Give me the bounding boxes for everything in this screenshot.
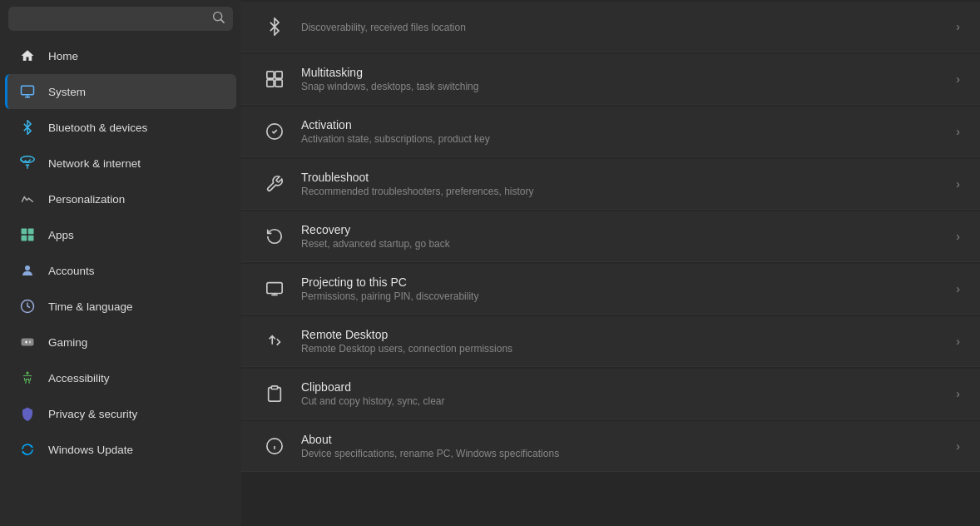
chevron-right-icon: › — [956, 177, 960, 191]
sidebar: Home System Bluetooth & devices Network … — [0, 0, 241, 526]
item-title-recovery: Recovery — [301, 223, 943, 236]
svg-rect-16 — [271, 386, 277, 390]
sidebar-item-personalization[interactable]: Personalization — [5, 181, 236, 216]
item-text-projecting: Projecting to this PC Permissions, pairi… — [301, 275, 943, 302]
troubleshoot-icon — [261, 171, 288, 197]
chevron-right-icon: › — [956, 125, 960, 138]
network-icon — [18, 154, 37, 172]
svg-rect-13 — [275, 80, 282, 87]
svg-rect-0 — [22, 86, 34, 95]
item-subtitle-projecting: Permissions, pairing PIN, discoverabilit… — [301, 290, 943, 302]
chevron-right-icon: › — [956, 20, 960, 33]
search-icon — [213, 12, 225, 26]
sidebar-item-time[interactable]: Time & language — [5, 289, 236, 324]
sidebar-item-home[interactable]: Home — [5, 38, 236, 73]
search-input[interactable] — [17, 12, 206, 25]
item-title-remote-desktop: Remote Desktop — [301, 328, 943, 341]
item-title-about: About — [301, 433, 943, 446]
chevron-right-icon: › — [956, 335, 960, 348]
personalization-icon — [18, 190, 37, 208]
sidebar-item-label: Personalization — [48, 193, 125, 206]
sidebar-item-label: Privacy & security — [48, 408, 137, 420]
sidebar-item-gaming[interactable]: Gaming — [5, 325, 236, 360]
main-content: Discoverability, received files location… — [241, 0, 980, 526]
settings-item-activation[interactable]: Activation Activation state, subscriptio… — [241, 107, 980, 157]
item-text-remote-desktop: Remote Desktop Remote Desktop users, con… — [301, 328, 943, 355]
sidebar-item-label: Windows Update — [48, 444, 133, 456]
search-bar[interactable] — [8, 7, 233, 31]
settings-item-bluetooth-top[interactable]: Discoverability, received files location… — [241, 2, 980, 52]
sidebar-item-apps[interactable]: Apps — [5, 217, 236, 252]
item-title-activation: Activation — [301, 118, 943, 132]
sidebar-item-label: Accounts — [48, 265, 95, 277]
item-title-multitasking: Multitasking — [301, 66, 943, 79]
item-subtitle-recovery: Reset, advanced startup, go back — [301, 238, 943, 250]
system-icon — [18, 82, 37, 101]
chevron-right-icon: › — [956, 439, 960, 453]
sidebar-item-label: Gaming — [48, 336, 87, 349]
update-icon — [18, 440, 37, 459]
svg-point-1 — [21, 156, 35, 163]
item-text-about: About Device specifications, rename PC, … — [301, 433, 943, 459]
about-icon — [261, 433, 288, 459]
sidebar-item-label: Time & language — [48, 300, 133, 313]
settings-item-projecting[interactable]: Projecting to this PC Permissions, pairi… — [241, 264, 980, 315]
sidebar-item-privacy[interactable]: Privacy & security — [5, 396, 236, 431]
sidebar-item-accessibility[interactable]: Accessibility — [5, 360, 236, 395]
item-text-troubleshoot: Troubleshoot Recommended troubleshooters… — [301, 171, 943, 197]
settings-item-troubleshoot[interactable]: Troubleshoot Recommended troubleshooters… — [241, 159, 980, 210]
sidebar-item-label: Apps — [48, 229, 74, 241]
svg-rect-11 — [275, 72, 282, 78]
svg-rect-4 — [22, 236, 27, 241]
svg-rect-12 — [267, 80, 274, 87]
chevron-right-icon: › — [956, 282, 960, 295]
item-text-clipboard: Clipboard Cut and copy history, sync, cl… — [301, 380, 943, 407]
projecting-icon — [261, 275, 288, 302]
sidebar-item-label: Accessibility — [48, 372, 110, 385]
item-text-activation: Activation Activation state, subscriptio… — [301, 118, 943, 145]
activation-icon — [261, 118, 288, 145]
time-icon — [18, 297, 37, 315]
settings-item-remote-desktop[interactable]: Remote Desktop Remote Desktop users, con… — [241, 316, 980, 367]
chevron-right-icon: › — [956, 387, 960, 400]
sidebar-item-accounts[interactable]: Accounts — [5, 253, 236, 288]
sidebar-item-update[interactable]: Windows Update — [5, 432, 236, 467]
sidebar-item-network[interactable]: Network & internet — [5, 146, 236, 181]
bluetooth-icon — [18, 118, 37, 136]
sidebar-item-label: Bluetooth & devices — [48, 122, 147, 134]
multitasking-icon — [261, 66, 288, 92]
item-title-projecting: Projecting to this PC — [301, 275, 943, 289]
apps-icon — [18, 226, 37, 244]
svg-rect-2 — [22, 229, 27, 235]
settings-item-recovery[interactable]: Recovery Reset, advanced startup, go bac… — [241, 211, 980, 262]
item-subtitle-activation: Activation state, subscriptions, product… — [301, 133, 943, 145]
svg-point-6 — [25, 265, 30, 270]
gaming-icon — [18, 333, 37, 351]
clipboard-icon — [261, 380, 288, 407]
sidebar-item-label: Network & internet — [48, 157, 141, 170]
recovery-icon — [261, 223, 288, 250]
svg-point-9 — [27, 372, 29, 375]
svg-rect-15 — [267, 283, 282, 294]
item-subtitle-multitasking: Snap windows, desktops, task switching — [301, 81, 943, 92]
settings-item-about[interactable]: About Device specifications, rename PC, … — [241, 421, 980, 472]
item-subtitle-clipboard: Cut and copy history, sync, clear — [301, 395, 943, 407]
svg-rect-10 — [267, 72, 274, 78]
svg-rect-3 — [28, 229, 34, 235]
sidebar-item-bluetooth[interactable]: Bluetooth & devices — [5, 110, 236, 145]
bluetooth-top-icon — [261, 13, 288, 40]
svg-rect-5 — [28, 236, 34, 241]
item-text-bluetooth-top: Discoverability, received files location — [301, 20, 943, 33]
item-subtitle-troubleshoot: Recommended troubleshooters, preferences… — [301, 186, 943, 197]
item-subtitle-bluetooth-top: Discoverability, received files location — [301, 22, 943, 33]
accounts-icon — [18, 261, 37, 280]
item-subtitle-remote-desktop: Remote Desktop users, connection permiss… — [301, 343, 943, 355]
sidebar-item-system[interactable]: System — [5, 74, 236, 109]
privacy-icon — [18, 404, 37, 423]
item-title-troubleshoot: Troubleshoot — [301, 171, 943, 184]
item-title-clipboard: Clipboard — [301, 380, 943, 394]
settings-item-multitasking[interactable]: Multitasking Snap windows, desktops, tas… — [241, 54, 980, 105]
item-text-recovery: Recovery Reset, advanced startup, go bac… — [301, 223, 943, 250]
settings-item-clipboard[interactable]: Clipboard Cut and copy history, sync, cl… — [241, 369, 980, 419]
home-icon — [18, 47, 37, 65]
